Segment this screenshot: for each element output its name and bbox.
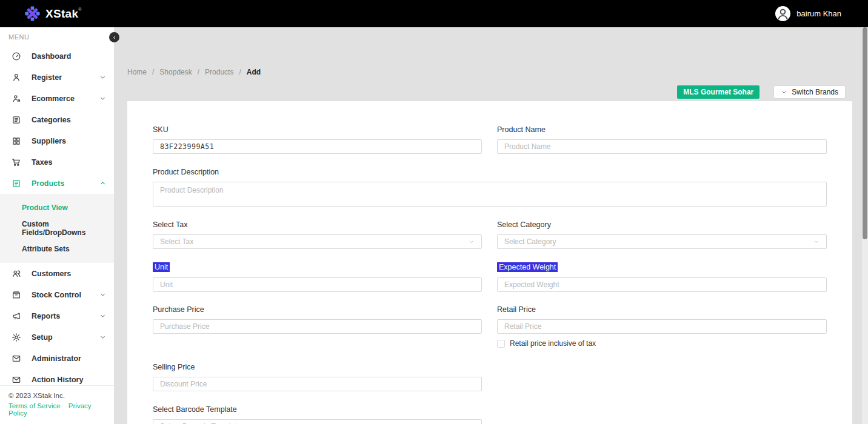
ecommerce-icon xyxy=(12,94,21,104)
sidebar-nav: Dashboard Register Ecommerce Categories … xyxy=(0,45,114,390)
envelope-icon xyxy=(12,354,21,363)
sidebar-item-setup[interactable]: Setup xyxy=(0,326,114,348)
products-icon xyxy=(12,179,21,188)
barcode-template-dropdown[interactable]: Select Barcode Template xyxy=(153,419,482,424)
sidebar-item-stock-control[interactable]: Stock Control xyxy=(0,284,114,305)
product-name-input[interactable] xyxy=(497,139,827,154)
chevron-down-icon xyxy=(847,10,853,17)
purchase-price-input[interactable] xyxy=(153,319,482,334)
sidebar-item-categories[interactable]: Categories xyxy=(0,109,114,130)
unit-input[interactable] xyxy=(153,277,482,292)
sidebar-item-customers[interactable]: Customers xyxy=(0,263,114,284)
sidebar: MENU Dashboard Register Ecommerce Catego… xyxy=(0,27,114,424)
select-category-dropdown[interactable]: Select Category xyxy=(497,234,827,249)
chevron-down-icon xyxy=(99,312,107,320)
retail-tax-checkbox-label: Retail price inclusive of tax xyxy=(510,339,596,348)
customers-icon xyxy=(12,269,21,279)
dashboard-icon xyxy=(12,51,21,61)
categories-icon xyxy=(12,115,21,125)
product-name-label: Product Name xyxy=(497,125,546,134)
chevron-down-icon xyxy=(781,89,787,96)
chevron-down-icon xyxy=(99,94,107,102)
breadcrumb-shopdesk[interactable]: Shopdesk xyxy=(159,68,192,76)
envelope-icon xyxy=(12,375,21,385)
sidebar-item-register[interactable]: Register xyxy=(0,67,114,88)
products-submenu: Product View Custom Fields/DropDowns Att… xyxy=(0,194,114,263)
brand-badge: MLS Gourmet Sohar xyxy=(677,85,760,99)
breadcrumb-home[interactable]: Home xyxy=(127,68,147,76)
chevron-down-icon xyxy=(813,239,820,245)
gear-icon xyxy=(12,333,21,342)
sidebar-item-ecommerce[interactable]: Ecommerce xyxy=(0,88,114,109)
product-description-label: Product Description xyxy=(153,168,219,176)
sidebar-item-administrator[interactable]: Administrator xyxy=(0,348,114,369)
select-category-label: Select Category xyxy=(497,220,551,229)
selling-price-input[interactable] xyxy=(153,377,482,391)
chevron-up-icon xyxy=(99,179,107,187)
expected-weight-label: Expected Weight xyxy=(497,262,558,272)
chevron-down-icon xyxy=(99,291,107,299)
barcode-template-label: Select Barcode Template xyxy=(153,405,237,414)
user-menu[interactable]: bairum Khan xyxy=(775,5,853,22)
main-content: ‹ Home/ Shopdesk/ Products/ Add MLS Gour… xyxy=(114,27,862,424)
user-name: bairum Khan xyxy=(796,9,841,18)
brand-logo: XStak® xyxy=(24,5,81,22)
select-tax-dropdown[interactable]: Select Tax xyxy=(153,234,482,249)
page-scrollbar[interactable] xyxy=(862,27,868,424)
chevron-down-icon xyxy=(99,73,107,81)
menu-label: MENU xyxy=(0,27,114,41)
sidebar-item-suppliers[interactable]: Suppliers xyxy=(0,130,114,151)
sku-input[interactable] xyxy=(153,139,482,154)
chevron-down-icon xyxy=(99,333,107,341)
sidebar-item-products[interactable]: Products xyxy=(0,173,114,194)
add-product-card: SKU Product Name Product Description Sel… xyxy=(127,101,852,424)
purchase-price-label: Purchase Price xyxy=(153,305,204,314)
unit-label: Unit xyxy=(153,262,170,272)
grid-icon xyxy=(12,136,21,146)
sidebar-item-taxes[interactable]: Taxes xyxy=(0,151,114,173)
submenu-item-custom-fields[interactable]: Custom Fields/DropDowns xyxy=(0,218,114,239)
retail-tax-checkbox[interactable] xyxy=(497,340,505,348)
copyright: © 2023 XStak Inc. xyxy=(8,392,114,399)
brand-name: XStak xyxy=(45,7,78,20)
retail-price-input[interactable] xyxy=(497,319,827,334)
registered-mark: ® xyxy=(78,7,81,12)
cart-icon xyxy=(12,157,21,167)
sidebar-item-dashboard[interactable]: Dashboard xyxy=(0,45,114,67)
selling-price-label: Selling Price xyxy=(153,363,195,371)
sku-label: SKU xyxy=(153,125,169,134)
sidebar-footer: © 2023 XStak Inc. Terms of Service Priva… xyxy=(0,385,114,424)
topbar: XStak® bairum Khan xyxy=(0,0,868,27)
submenu-item-attribute-sets[interactable]: Attribute Sets xyxy=(0,239,114,259)
avatar-icon xyxy=(775,5,791,22)
select-tax-label: Select Tax xyxy=(153,220,187,229)
retail-tax-checkbox-row[interactable]: Retail price inclusive of tax xyxy=(497,339,596,348)
breadcrumb: Home/ Shopdesk/ Products/ Add xyxy=(127,68,261,76)
person-icon xyxy=(12,73,21,82)
chevron-down-icon xyxy=(468,239,475,245)
switch-brands-button[interactable]: Switch Brands xyxy=(773,85,846,99)
retail-price-label: Retail Price xyxy=(497,305,536,314)
breadcrumb-add: Add xyxy=(247,68,261,76)
sidebar-item-reports[interactable]: Reports xyxy=(0,305,114,326)
submenu-item-product-view[interactable]: Product View xyxy=(0,197,114,218)
breadcrumb-products[interactable]: Products xyxy=(205,68,233,76)
box-icon xyxy=(12,290,21,300)
terms-of-service-link[interactable]: Terms of Service xyxy=(8,402,61,409)
scrollbar-thumb[interactable] xyxy=(863,27,867,239)
xstak-logo-icon xyxy=(24,5,41,22)
expected-weight-input[interactable] xyxy=(497,277,827,292)
product-description-input[interactable] xyxy=(153,182,827,207)
megaphone-icon xyxy=(12,311,21,321)
sidebar-collapse-button[interactable]: ‹ xyxy=(109,32,119,42)
